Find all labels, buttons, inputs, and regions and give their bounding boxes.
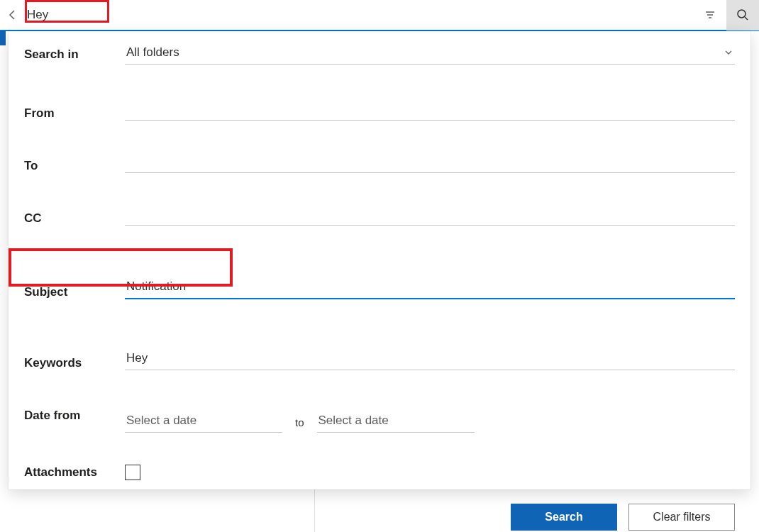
top-bar-actions [694, 0, 759, 30]
search-icon [736, 9, 749, 21]
date-to-input[interactable] [318, 414, 469, 428]
background-ribbon [0, 31, 6, 45]
search-query-input[interactable] [23, 4, 108, 26]
svg-line-1 [745, 17, 748, 20]
to-input[interactable] [125, 151, 735, 173]
search-top-bar [0, 0, 759, 31]
advanced-search-panel: Search in All folders From To CC Subject [9, 31, 750, 489]
svg-point-0 [738, 10, 746, 18]
date-separator: to [282, 416, 317, 433]
date-from-input[interactable] [126, 414, 277, 428]
search-in-value: All folders [126, 45, 724, 60]
from-input[interactable] [125, 99, 735, 121]
attachments-label: Attachments [24, 465, 125, 480]
date-from-label: Date from [24, 409, 125, 423]
to-label: To [24, 159, 125, 173]
filter-button[interactable] [694, 0, 726, 31]
attachments-checkbox[interactable] [125, 465, 140, 480]
action-buttons: Search Clear filters [24, 487, 735, 531]
from-row: From [24, 79, 735, 121]
subject-row: Subject [24, 258, 735, 299]
keywords-row: Keywords [24, 329, 735, 370]
filter-icon [704, 9, 716, 21]
arrow-left-icon [7, 9, 18, 21]
clear-filters-button[interactable]: Clear filters [628, 504, 735, 531]
to-row: To [24, 132, 735, 173]
search-button[interactable]: Search [511, 504, 617, 531]
attachments-row: Attachments [24, 458, 735, 487]
search-in-dropdown[interactable]: All folders [125, 45, 735, 65]
subject-label: Subject [24, 285, 125, 299]
date-row: Date from to [24, 399, 735, 433]
search-in-label: Search in [24, 48, 125, 62]
execute-search-button[interactable] [726, 0, 759, 31]
from-label: From [24, 106, 125, 121]
date-from-field[interactable] [125, 414, 282, 433]
date-to-field[interactable] [317, 414, 475, 433]
subject-input[interactable] [125, 277, 735, 299]
keywords-label: Keywords [24, 356, 125, 370]
cc-label: CC [24, 211, 125, 226]
keywords-input[interactable] [125, 348, 735, 370]
cc-input[interactable] [125, 204, 735, 226]
back-button[interactable] [3, 0, 23, 31]
chevron-down-icon [724, 48, 733, 57]
cc-row: CC [24, 184, 735, 226]
search-in-row: Search in All folders [24, 41, 735, 68]
